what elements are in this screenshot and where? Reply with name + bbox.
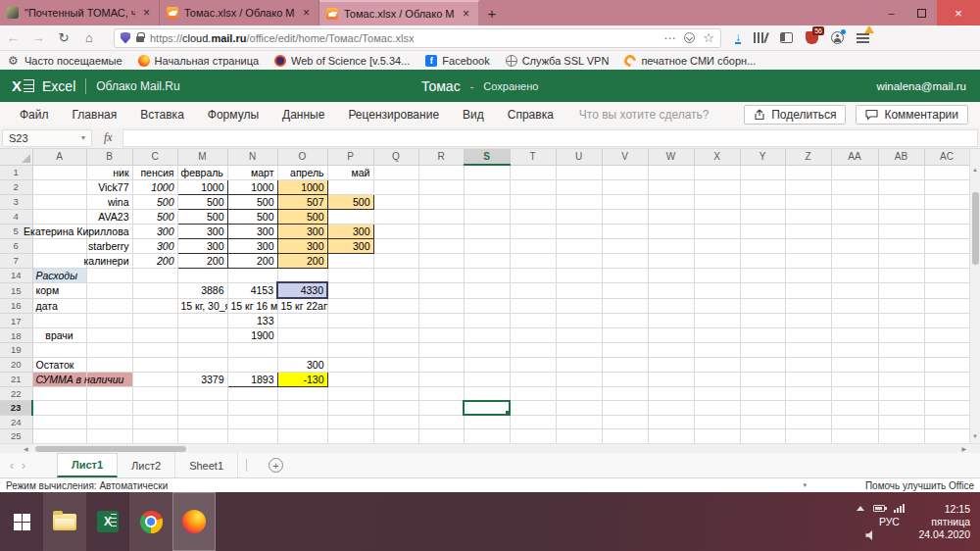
cell-AC20[interactable] (924, 357, 969, 372)
row-header-18[interactable]: 18 (0, 328, 32, 343)
row-header-16[interactable]: 16 (0, 298, 32, 314)
cell-M19[interactable] (177, 343, 227, 358)
column-header-Y[interactable]: Y (740, 149, 785, 165)
cell-AA21[interactable] (831, 372, 878, 386)
cell-C14[interactable] (132, 268, 177, 282)
cell-M24[interactable] (177, 415, 227, 429)
downloads-icon[interactable]: ↓ (735, 32, 741, 44)
cell-V3[interactable] (602, 194, 648, 209)
cell-T19[interactable] (510, 343, 556, 358)
cell-M7[interactable]: 200 (177, 253, 227, 268)
cell-Y4[interactable] (740, 209, 785, 224)
cell-AC17[interactable] (924, 314, 969, 328)
column-header-T[interactable]: T (510, 149, 556, 165)
cell-AA14[interactable] (831, 268, 878, 282)
cell-T16[interactable] (510, 298, 556, 314)
cell-W25[interactable] (648, 429, 694, 444)
cell-X15[interactable] (694, 282, 740, 298)
cell-R19[interactable] (418, 343, 464, 358)
cell-C7[interactable]: 200 (132, 253, 177, 268)
cell-Y2[interactable] (740, 179, 785, 194)
cell-M22[interactable] (177, 386, 227, 401)
cell-S4[interactable] (464, 209, 510, 224)
cell-AC15[interactable] (924, 282, 969, 298)
cell-B25[interactable] (86, 429, 132, 444)
cell-U16[interactable] (556, 298, 602, 314)
cell-AB7[interactable] (878, 253, 924, 268)
cell-X21[interactable] (694, 372, 740, 386)
cell-W6[interactable] (648, 238, 694, 253)
menu-файл[interactable]: Файл (20, 108, 49, 122)
cell-T18[interactable] (510, 328, 556, 343)
cell-T24[interactable] (510, 415, 556, 429)
cell-P2[interactable] (327, 179, 373, 194)
cell-C23[interactable] (132, 401, 177, 416)
cell-AB19[interactable] (878, 343, 924, 358)
cell-Q7[interactable] (373, 253, 418, 268)
cell-Z24[interactable] (785, 415, 831, 429)
cell-M1[interactable]: февраль (177, 165, 227, 179)
menu-данные[interactable]: Данные (282, 108, 324, 122)
cell-P23[interactable] (327, 401, 373, 416)
cell-O1[interactable]: апрель (277, 165, 327, 179)
cell-Z18[interactable] (785, 328, 831, 343)
cell-AC3[interactable] (924, 194, 969, 209)
battery-icon[interactable] (873, 505, 885, 512)
cell-S15[interactable] (464, 282, 510, 298)
cell-W20[interactable] (648, 357, 694, 372)
cell-X4[interactable] (694, 209, 740, 224)
share-button[interactable]: Поделиться (744, 105, 846, 125)
cell-X17[interactable] (694, 314, 740, 328)
cell-M15[interactable]: 3886 (177, 282, 227, 298)
cell-Y19[interactable] (740, 343, 785, 358)
cell-C20[interactable] (132, 357, 177, 372)
cell-S14[interactable] (464, 268, 510, 282)
column-header-AB[interactable]: AB (878, 149, 924, 165)
cell-Z1[interactable] (785, 165, 831, 179)
cell-N15[interactable]: 4153 (227, 282, 277, 298)
cell-R1[interactable] (418, 165, 464, 179)
cell-P7[interactable] (327, 253, 373, 268)
cell-AA20[interactable] (831, 357, 878, 372)
cell-R15[interactable] (418, 282, 464, 298)
cell-O24[interactable] (277, 415, 327, 429)
cell-M17[interactable] (177, 314, 227, 328)
cell-T4[interactable] (510, 209, 556, 224)
cell-W15[interactable] (648, 282, 694, 298)
cell-P3[interactable]: 500 (327, 194, 373, 209)
cell-T3[interactable] (510, 194, 556, 209)
cell-V19[interactable] (602, 343, 648, 358)
cell-O5[interactable]: 300 (277, 224, 327, 238)
cell-Y22[interactable] (740, 386, 785, 401)
cell-A15[interactable]: корм (32, 282, 86, 298)
cell-V18[interactable] (602, 328, 648, 343)
sheet-nav-arrows[interactable]: ‹› (10, 459, 33, 473)
cell-C15[interactable] (132, 282, 177, 298)
cell-Q22[interactable] (373, 386, 418, 401)
cell-X24[interactable] (694, 415, 740, 429)
column-header-U[interactable]: U (556, 149, 602, 165)
cell-M2[interactable]: 1000 (177, 179, 227, 194)
column-header-P[interactable]: P (327, 149, 373, 165)
bookmark-item[interactable]: печатное СМИ сборн... (624, 55, 756, 67)
cell-O25[interactable] (277, 429, 327, 444)
cell-Q15[interactable] (373, 282, 418, 298)
cell-Y5[interactable] (740, 224, 785, 238)
account-email[interactable]: winalena@mail.ru (876, 80, 966, 92)
cell-B3[interactable]: wina (86, 194, 132, 209)
cell-M21[interactable]: 3379 (177, 372, 227, 386)
row-header-4[interactable]: 4 (0, 209, 32, 224)
cell-Y23[interactable] (740, 401, 785, 416)
formula-input[interactable] (122, 129, 978, 147)
cell-X25[interactable] (694, 429, 740, 444)
cell-AC7[interactable] (924, 253, 969, 268)
reload-icon[interactable]: ↻ (51, 30, 76, 45)
column-header-AC[interactable]: AC (924, 149, 969, 165)
cell-Q17[interactable] (373, 314, 418, 328)
cell-C21[interactable] (132, 372, 177, 386)
cell-B23[interactable] (86, 401, 132, 416)
cell-N21[interactable]: 1893 (227, 372, 277, 386)
cell-R4[interactable] (418, 209, 464, 224)
cell-B7[interactable]: калинери (86, 253, 132, 268)
cell-M6[interactable]: 300 (177, 238, 227, 253)
